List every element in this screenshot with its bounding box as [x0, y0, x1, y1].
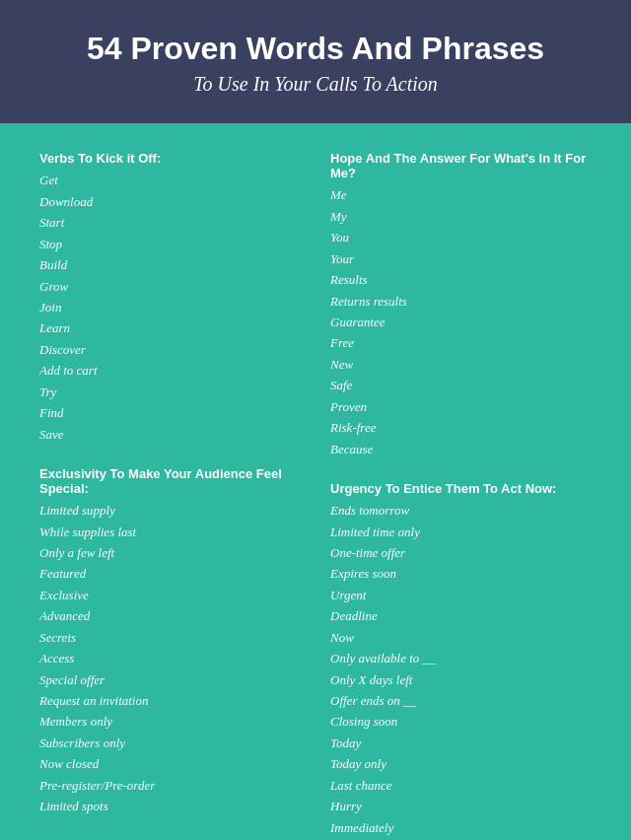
- list-item: Last chance: [330, 775, 592, 796]
- list-item: Immediately: [330, 817, 592, 838]
- list-item: Guarantee: [330, 312, 592, 332]
- section-title-verbs: Verbs To Kick it Off:: [39, 151, 301, 166]
- list-item: Offer ends on __: [330, 690, 592, 711]
- list-item: Featured: [39, 563, 301, 584]
- left-column: Verbs To Kick it Off:GetDownloadStartSto…: [39, 151, 301, 840]
- list-item: Advanced: [39, 605, 301, 626]
- list-item: Today only: [330, 753, 592, 774]
- list-item: Special offer: [39, 669, 301, 690]
- header-title: 54 Proven Words And Phrases: [39, 30, 592, 67]
- right-column: Hope And The Answer For What's In It For…: [330, 151, 592, 840]
- list-item: Members only: [39, 711, 301, 732]
- section-hope: Hope And The Answer For What's In It For…: [330, 151, 592, 459]
- list-item: Risk-free: [330, 417, 592, 438]
- list-item: New: [330, 354, 592, 375]
- list-item: Learn: [39, 317, 301, 338]
- list-item: Save: [39, 424, 301, 445]
- list-item: Try: [39, 382, 301, 402]
- list-item: Now closed: [39, 753, 301, 774]
- list-item: Secrets: [39, 627, 301, 648]
- list-item: Safe: [330, 375, 592, 395]
- list-item: Stop: [39, 234, 301, 254]
- list-item: Download: [39, 191, 301, 212]
- list-item: Only X days left: [330, 669, 592, 690]
- list-item: Limited time only: [330, 522, 592, 542]
- header-subtitle: To Use In Your Calls To Action: [39, 73, 592, 96]
- list-item: You: [330, 227, 592, 247]
- section-title-exclusivity: Exclusivity To Make Your Audience Feel S…: [39, 466, 301, 496]
- header: 54 Proven Words And Phrases To Use In Yo…: [0, 0, 631, 123]
- list-item: While supplies last: [39, 522, 301, 542]
- list-item: Me: [330, 184, 592, 205]
- list-item: Proven: [330, 396, 592, 417]
- list-item: Get: [39, 170, 301, 190]
- list-item: Pre-register/Pre-order: [39, 775, 301, 796]
- list-item: Closing soon: [330, 711, 592, 732]
- list-item: Returns results: [330, 291, 592, 312]
- list-item: Hurry: [330, 796, 592, 816]
- list-item: Your: [330, 248, 592, 269]
- section-exclusivity: Exclusivity To Make Your Audience Feel S…: [39, 466, 301, 817]
- list-item: Because: [330, 439, 592, 459]
- list-item: Only available to __: [330, 648, 592, 668]
- list-item: Grow: [39, 276, 301, 297]
- list-item: Discover: [39, 339, 301, 360]
- list-item: Start: [39, 212, 301, 233]
- list-item: Today: [330, 733, 592, 753]
- list-item: Only a few left: [39, 542, 301, 563]
- list-item: Find: [39, 402, 301, 423]
- list-item: Join: [39, 297, 301, 317]
- section-title-hope: Hope And The Answer For What's In It For…: [330, 151, 592, 180]
- section-urgency: Urgency To Entice Them To Act Now:Ends t…: [330, 481, 592, 840]
- list-item: Expires soon: [330, 563, 592, 584]
- list-item: My: [330, 206, 592, 227]
- list-item: One-time offer: [330, 542, 592, 563]
- list-item: Limited supply: [39, 500, 301, 521]
- list-item: Limited spots: [39, 796, 301, 816]
- list-item: Access: [39, 648, 301, 668]
- list-item: Build: [39, 254, 301, 275]
- list-item: Deadline: [330, 605, 592, 626]
- list-item: Free: [330, 332, 592, 353]
- list-item: Ends tomorrow: [330, 500, 592, 521]
- list-item: Urgent: [330, 585, 592, 605]
- section-title-urgency: Urgency To Entice Them To Act Now:: [330, 481, 592, 496]
- list-item: Request an invitation: [39, 690, 301, 711]
- list-item: Subscribers only: [39, 733, 301, 753]
- content-grid: Verbs To Kick it Off:GetDownloadStartSto…: [0, 123, 631, 840]
- list-item: Now: [330, 627, 592, 648]
- list-item: Results: [330, 269, 592, 290]
- list-item: Add to cart: [39, 360, 301, 381]
- section-verbs: Verbs To Kick it Off:GetDownloadStartSto…: [39, 151, 301, 445]
- list-item: Exclusive: [39, 585, 301, 605]
